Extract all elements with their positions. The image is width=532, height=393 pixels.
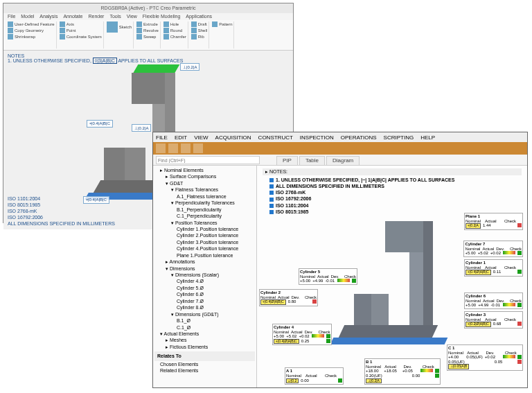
tree-item[interactable]: Related Elements — [154, 367, 255, 374]
tab-view[interactable]: View — [127, 14, 137, 19]
menu-edit[interactable]: EDIT — [175, 134, 187, 141]
tree-item[interactable]: Chosen Elements — [154, 361, 255, 367]
tree-item[interactable]: Cylinder 5.Ø — [154, 285, 255, 291]
tree-item[interactable]: Plane 1.Position tolerance — [154, 252, 255, 259]
btn-udf[interactable]: User-Defined Feature — [8, 21, 55, 27]
menu-file[interactable]: FILE — [156, 134, 168, 141]
btn-sweep[interactable]: Sweep — [136, 34, 159, 40]
tree-item[interactable]: Cylinder 2.Position tolerance — [154, 232, 255, 238]
meas-cyl4[interactable]: Cylinder 4 NominalActualDev.Check +5.00+… — [272, 324, 332, 345]
btn-draft[interactable]: Draft — [191, 21, 207, 27]
tree-item[interactable]: ▾ Position Tolerances — [154, 220, 255, 226]
btn-revolve[interactable]: Revolve — [136, 28, 159, 33]
menu-script[interactable]: SCRIPTING — [384, 134, 414, 141]
element-tree[interactable]: ▸ Nominal Elements ▸ Surface Comparisons… — [153, 166, 257, 387]
tree-item[interactable]: Cylinder 8.Ø — [154, 304, 255, 311]
tree-item[interactable]: ▾ Dimensions — [154, 265, 255, 272]
tab-render[interactable]: Render — [88, 14, 104, 19]
menu-help[interactable]: HELP — [420, 134, 435, 141]
ribbon-tabs: File Model Analysis Annotate Render Tool… — [6, 13, 213, 19]
btn-hole[interactable]: Hole — [163, 21, 186, 27]
btn-axis[interactable]: Axis — [60, 21, 102, 27]
menu-acq[interactable]: ACQUISITION — [215, 134, 251, 141]
tree-item[interactable]: Cylinder 7.Ø — [154, 298, 255, 304]
btn-rib[interactable]: Rib — [191, 34, 207, 40]
btn-extrude[interactable]: Extrude — [136, 21, 159, 27]
tab-table[interactable]: Table — [299, 156, 325, 165]
tree-item[interactable]: ▾ Dimensions (Scalar) — [154, 272, 255, 278]
meas-cyl3[interactable]: Cylinder 3 NominalActualCheck ⌖|0.2|Ø|A|… — [464, 311, 523, 329]
tree-item[interactable]: A.1_Flatness tolerance — [154, 193, 255, 200]
creo-title: RDGSBR0A (Active) - PTC Creo Parametric — [3, 3, 293, 13]
tree-item[interactable]: ▾ Actual Elements — [154, 331, 255, 337]
btn-round[interactable]: Round — [163, 28, 186, 33]
tab-tools[interactable]: Tools — [109, 14, 121, 19]
tree-item[interactable]: B.1_Perpendicularity — [154, 207, 255, 213]
tree-item[interactable]: C.1_Ø — [154, 324, 255, 331]
tree-item[interactable]: ▾ Flatness Tolerances — [154, 186, 255, 193]
meas-a1[interactable]: A 1 NominalActualCheck ▱|0.20.00 — [285, 367, 344, 385]
creo-notes: NOTES 1. UNLESS OTHERWISE SPECIFIED, ◊|3… — [8, 53, 183, 63]
btn-pattern[interactable]: Pattern — [212, 21, 232, 27]
meas-c1[interactable]: C 1 NominalActualDev.Check +4.000.05(UF)… — [447, 344, 523, 371]
menu-bar: FILE EDIT VIEW ACQUISITION CONSTRUCT INS… — [153, 132, 527, 142]
tree-item[interactable]: ▸ Annotations — [154, 259, 255, 265]
undo-icon[interactable] — [168, 143, 178, 153]
gdt-callout[interactable]: ⌖|0.4|A|B|C — [87, 120, 113, 128]
tab-pip[interactable]: PIP — [276, 156, 298, 165]
standards-list: ISO 1101:2004 ISO 8015:1985 ISO 2768-mK … — [8, 195, 115, 227]
tab-diagram[interactable]: Diagram — [326, 156, 360, 165]
meas-b1[interactable]: B 1 NominalActualDev.Check +18.00+18.05+… — [364, 358, 441, 385]
btn-sketch[interactable]: Sketch — [107, 21, 132, 33]
tree-item[interactable]: Cylinder 3.Position tolerance — [154, 239, 255, 245]
camera-icon[interactable] — [193, 143, 203, 153]
gdt-callout[interactable]: ⊥|0.2|A — [132, 124, 151, 132]
menu-inspect[interactable]: INSPECTION — [300, 134, 334, 141]
tab-apps[interactable]: Applications — [186, 14, 212, 19]
tree-item[interactable]: ▸ Fictious Elements — [154, 344, 255, 350]
redo-icon[interactable] — [181, 143, 190, 153]
tab-flex[interactable]: Flexible Modeling — [143, 14, 180, 19]
meas-cyl6[interactable]: Cylinder 6 NominalActualDev.Check +5.00+… — [464, 292, 523, 309]
tab-analysis[interactable]: Analysis — [39, 14, 57, 19]
home-icon[interactable] — [156, 143, 166, 153]
tree-item[interactable]: C.1_Perpendicularity — [154, 213, 255, 219]
menu-view[interactable]: VIEW — [194, 134, 208, 141]
measured-part[interactable] — [333, 221, 451, 374]
ribbon: User-Defined Feature Copy Geometry Shrin… — [3, 20, 293, 51]
tree-item[interactable]: ▸ Meshes — [154, 337, 255, 343]
tree-item[interactable]: Cylinder 4.Position tolerance — [154, 245, 255, 252]
inspect-viewport[interactable]: ▸ NOTES: 1. UNLESS OTHERWISE SPECIFIED, … — [257, 166, 527, 387]
btn-shell[interactable]: Shell — [191, 28, 207, 33]
btn-point[interactable]: Point — [60, 28, 102, 33]
tree-item[interactable]: ▾ Dimensions (GD&T) — [154, 311, 255, 317]
tree-item[interactable]: B.1_Ø — [154, 317, 255, 324]
tree-item[interactable]: ▾ Perpendicularity Tolerances — [154, 200, 255, 206]
meas-cyl5[interactable]: Cylinder 5 NominalActualDev.Check +5.00+… — [299, 268, 357, 285]
search-input[interactable] — [156, 156, 260, 164]
btn-shrink[interactable]: Shrinkwrap — [8, 34, 55, 40]
menu-ops[interactable]: OPERATIONS — [341, 134, 377, 141]
menu-construct[interactable]: CONSTRUCT — [258, 134, 293, 141]
gdt-callout[interactable]: ⊥|0.2|A — [180, 63, 200, 71]
tree-item[interactable]: ▾ GD&T — [154, 180, 255, 186]
tree-item[interactable]: Cylinder 4.Ø — [154, 278, 255, 284]
meas-cyl1[interactable]: Cylinder 1 NominalActualCheck ⌖|0.4|Ø|A|… — [464, 259, 523, 277]
tree-item[interactable]: ▸ Surface Comparisons — [154, 173, 255, 180]
toolbar — [153, 142, 527, 155]
meas-cyl2[interactable]: Cylinder 2 NominalActualDev.Check ⌖|0.4|… — [259, 289, 318, 306]
tree-section: Relates To — [154, 351, 255, 360]
tab-annotate[interactable]: Annotate — [63, 14, 82, 19]
tab-file[interactable]: File — [8, 14, 15, 19]
inspect-window: FILE EDIT VIEW ACQUISITION CONSTRUCT INS… — [152, 132, 528, 388]
meas-plane1[interactable]: Plane 1 NominalActualCheck ⌖|0.2|A1.44 — [464, 213, 523, 230]
meas-cyl7[interactable]: Cylinder 7 NominalActualDev.Check +5.00+… — [463, 241, 523, 257]
tree-item[interactable]: Cylinder 6.Ø — [154, 291, 255, 297]
tree-item[interactable]: Cylinder 1.Position tolerance — [154, 226, 255, 232]
btn-chamfer[interactable]: Chamfer — [163, 34, 186, 40]
btn-copygeom[interactable]: Copy Geometry — [8, 28, 55, 33]
tree-item[interactable]: ▸ Nominal Elements — [154, 167, 255, 173]
tab-model[interactable]: Model — [21, 14, 34, 19]
btn-coord[interactable]: Coordinate System — [60, 34, 102, 40]
notes-panel: ▸ NOTES: 1. UNLESS OTHERWISE SPECIFIED, … — [263, 168, 522, 215]
